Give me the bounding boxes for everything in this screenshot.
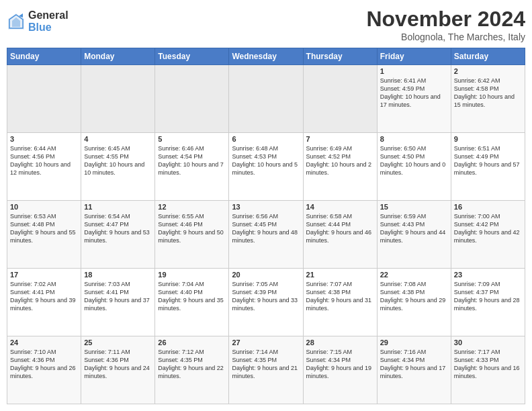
calendar-cell-0-4 [303, 65, 377, 133]
calendar-week-3: 17Sunrise: 7:02 AM Sunset: 4:41 PM Dayli… [7, 269, 525, 336]
month-title: November 2024 [366, 7, 525, 32]
logo-text: General Blue [28, 9, 69, 33]
location: Bolognola, The Marches, Italy [366, 32, 525, 42]
day-number: 11 [84, 203, 152, 211]
logo-icon [7, 12, 26, 31]
day-number: 24 [10, 338, 78, 347]
calendar-cell-1-1: 4Sunrise: 6:45 AM Sunset: 4:55 PM Daylig… [81, 133, 155, 201]
day-number: 19 [158, 271, 226, 279]
calendar-header: Sunday Monday Tuesday Wednesday Thursday… [7, 48, 525, 65]
day-number: 26 [158, 338, 226, 347]
day-number: 3 [10, 135, 78, 143]
day-number: 14 [306, 203, 374, 211]
calendar-cell-1-3: 6Sunrise: 6:48 AM Sunset: 4:53 PM Daylig… [229, 133, 303, 201]
day-info: Sunrise: 7:05 AM Sunset: 4:39 PM Dayligh… [232, 280, 300, 313]
calendar-cell-4-0: 24Sunrise: 7:10 AM Sunset: 4:36 PM Dayli… [7, 336, 81, 404]
day-info: Sunrise: 6:59 AM Sunset: 4:43 PM Dayligh… [380, 212, 448, 245]
calendar-cell-1-5: 8Sunrise: 6:50 AM Sunset: 4:50 PM Daylig… [377, 133, 451, 201]
calendar-week-2: 10Sunrise: 6:53 AM Sunset: 4:48 PM Dayli… [7, 201, 525, 269]
calendar-cell-3-5: 22Sunrise: 7:08 AM Sunset: 4:38 PM Dayli… [377, 269, 451, 336]
calendar-cell-1-0: 3Sunrise: 6:44 AM Sunset: 4:56 PM Daylig… [7, 133, 81, 201]
calendar-cell-3-3: 20Sunrise: 7:05 AM Sunset: 4:39 PM Dayli… [229, 269, 303, 336]
header-row: Sunday Monday Tuesday Wednesday Thursday… [7, 48, 525, 65]
day-number: 28 [306, 338, 374, 347]
day-info: Sunrise: 7:02 AM Sunset: 4:41 PM Dayligh… [10, 280, 78, 313]
day-info: Sunrise: 7:10 AM Sunset: 4:36 PM Dayligh… [10, 348, 78, 381]
calendar-cell-2-0: 10Sunrise: 6:53 AM Sunset: 4:48 PM Dayli… [7, 201, 81, 269]
day-info: Sunrise: 6:51 AM Sunset: 4:49 PM Dayligh… [454, 144, 522, 177]
day-number: 13 [232, 203, 300, 211]
calendar-cell-4-5: 29Sunrise: 7:16 AM Sunset: 4:34 PM Dayli… [377, 336, 451, 404]
logo-general-text: General [28, 9, 69, 21]
day-info: Sunrise: 6:48 AM Sunset: 4:53 PM Dayligh… [232, 144, 300, 177]
day-info: Sunrise: 7:12 AM Sunset: 4:35 PM Dayligh… [158, 348, 226, 381]
day-info: Sunrise: 6:46 AM Sunset: 4:54 PM Dayligh… [158, 144, 226, 177]
day-info: Sunrise: 6:56 AM Sunset: 4:45 PM Dayligh… [232, 212, 300, 245]
calendar-cell-3-4: 21Sunrise: 7:07 AM Sunset: 4:38 PM Dayli… [303, 269, 377, 336]
header-sunday: Sunday [7, 48, 81, 65]
calendar-cell-1-6: 9Sunrise: 6:51 AM Sunset: 4:49 PM Daylig… [451, 133, 525, 201]
day-number: 30 [454, 338, 522, 347]
calendar-cell-4-3: 27Sunrise: 7:14 AM Sunset: 4:35 PM Dayli… [229, 336, 303, 404]
calendar-table: Sunday Monday Tuesday Wednesday Thursday… [7, 48, 525, 404]
calendar-week-1: 3Sunrise: 6:44 AM Sunset: 4:56 PM Daylig… [7, 133, 525, 201]
calendar-cell-1-2: 5Sunrise: 6:46 AM Sunset: 4:54 PM Daylig… [155, 133, 229, 201]
calendar-cell-0-5: 1Sunrise: 6:41 AM Sunset: 4:59 PM Daylig… [377, 65, 451, 133]
calendar-cell-4-6: 30Sunrise: 7:17 AM Sunset: 4:33 PM Dayli… [451, 336, 525, 404]
calendar-cell-2-6: 16Sunrise: 7:00 AM Sunset: 4:42 PM Dayli… [451, 201, 525, 269]
day-info: Sunrise: 7:04 AM Sunset: 4:40 PM Dayligh… [158, 280, 226, 313]
day-number: 17 [10, 271, 78, 279]
day-info: Sunrise: 7:16 AM Sunset: 4:34 PM Dayligh… [380, 348, 448, 381]
header-monday: Monday [81, 48, 155, 65]
calendar: Sunday Monday Tuesday Wednesday Thursday… [7, 48, 525, 404]
day-info: Sunrise: 7:07 AM Sunset: 4:38 PM Dayligh… [306, 280, 374, 313]
calendar-cell-2-3: 13Sunrise: 6:56 AM Sunset: 4:45 PM Dayli… [229, 201, 303, 269]
calendar-cell-2-1: 11Sunrise: 6:54 AM Sunset: 4:47 PM Dayli… [81, 201, 155, 269]
day-number: 8 [380, 135, 448, 143]
calendar-cell-4-2: 26Sunrise: 7:12 AM Sunset: 4:35 PM Dayli… [155, 336, 229, 404]
header-tuesday: Tuesday [155, 48, 229, 65]
day-info: Sunrise: 7:17 AM Sunset: 4:33 PM Dayligh… [454, 348, 522, 381]
day-number: 27 [232, 338, 300, 347]
header-wednesday: Wednesday [229, 48, 303, 65]
calendar-cell-2-5: 15Sunrise: 6:59 AM Sunset: 4:43 PM Dayli… [377, 201, 451, 269]
day-info: Sunrise: 7:15 AM Sunset: 4:34 PM Dayligh… [306, 348, 374, 381]
day-info: Sunrise: 6:53 AM Sunset: 4:48 PM Dayligh… [10, 212, 78, 245]
day-number: 4 [84, 135, 152, 143]
day-info: Sunrise: 6:44 AM Sunset: 4:56 PM Dayligh… [10, 144, 78, 177]
calendar-cell-4-1: 25Sunrise: 7:11 AM Sunset: 4:36 PM Dayli… [81, 336, 155, 404]
day-number: 20 [232, 271, 300, 279]
calendar-cell-0-0 [7, 65, 81, 133]
day-info: Sunrise: 6:55 AM Sunset: 4:46 PM Dayligh… [158, 212, 226, 245]
day-info: Sunrise: 7:09 AM Sunset: 4:37 PM Dayligh… [454, 280, 522, 313]
header-saturday: Saturday [451, 48, 525, 65]
day-number: 29 [380, 338, 448, 347]
calendar-cell-3-2: 19Sunrise: 7:04 AM Sunset: 4:40 PM Dayli… [155, 269, 229, 336]
day-info: Sunrise: 6:49 AM Sunset: 4:52 PM Dayligh… [306, 144, 374, 177]
calendar-cell-0-2 [155, 65, 229, 133]
day-number: 21 [306, 271, 374, 279]
day-number: 5 [158, 135, 226, 143]
calendar-cell-2-2: 12Sunrise: 6:55 AM Sunset: 4:46 PM Dayli… [155, 201, 229, 269]
calendar-body: 1Sunrise: 6:41 AM Sunset: 4:59 PM Daylig… [7, 65, 525, 404]
day-info: Sunrise: 7:14 AM Sunset: 4:35 PM Dayligh… [232, 348, 300, 381]
header-thursday: Thursday [303, 48, 377, 65]
day-info: Sunrise: 6:58 AM Sunset: 4:44 PM Dayligh… [306, 212, 374, 245]
logo-blue-text: Blue [28, 21, 69, 34]
calendar-cell-1-4: 7Sunrise: 6:49 AM Sunset: 4:52 PM Daylig… [303, 133, 377, 201]
day-info: Sunrise: 7:11 AM Sunset: 4:36 PM Dayligh… [84, 348, 152, 381]
day-info: Sunrise: 6:50 AM Sunset: 4:50 PM Dayligh… [380, 144, 448, 177]
calendar-cell-2-4: 14Sunrise: 6:58 AM Sunset: 4:44 PM Dayli… [303, 201, 377, 269]
day-number: 18 [84, 271, 152, 279]
header: General Blue November 2024 Bolognola, Th… [7, 7, 525, 42]
calendar-cell-3-0: 17Sunrise: 7:02 AM Sunset: 4:41 PM Dayli… [7, 269, 81, 336]
day-info: Sunrise: 6:54 AM Sunset: 4:47 PM Dayligh… [84, 212, 152, 245]
day-info: Sunrise: 7:00 AM Sunset: 4:42 PM Dayligh… [454, 212, 522, 245]
day-info: Sunrise: 6:41 AM Sunset: 4:59 PM Dayligh… [380, 77, 448, 109]
day-number: 6 [232, 135, 300, 143]
calendar-week-0: 1Sunrise: 6:41 AM Sunset: 4:59 PM Daylig… [7, 65, 525, 133]
calendar-cell-3-1: 18Sunrise: 7:03 AM Sunset: 4:41 PM Dayli… [81, 269, 155, 336]
page: General Blue November 2024 Bolognola, Th… [0, 0, 532, 411]
day-number: 25 [84, 338, 152, 347]
day-number: 15 [380, 203, 448, 211]
